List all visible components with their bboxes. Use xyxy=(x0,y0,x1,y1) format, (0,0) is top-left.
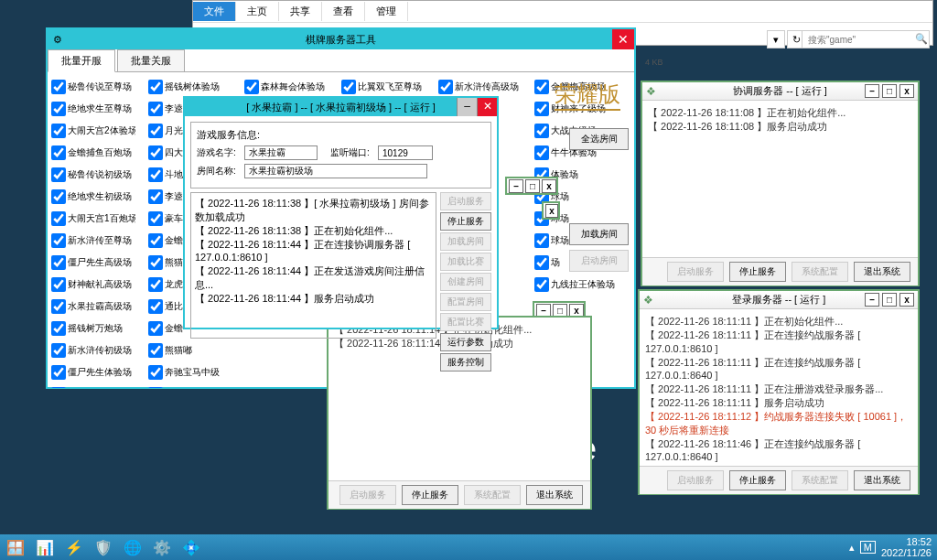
room-item[interactable]: 新水浒传高级场 xyxy=(438,76,534,97)
nav-btn[interactable]: ▾ xyxy=(767,30,785,48)
settings-icon[interactable]: ⚙️ xyxy=(152,537,172,557)
room-checkbox[interactable] xyxy=(148,277,163,292)
room-item[interactable]: 财神献礼体验场 xyxy=(51,383,147,388)
explorer-tab-share[interactable]: 共享 xyxy=(279,2,322,21)
close-button[interactable]: ✕ xyxy=(477,98,497,116)
close-button[interactable]: ✕ xyxy=(612,29,634,49)
close-button[interactable]: x xyxy=(542,179,556,193)
room-checkbox[interactable] xyxy=(51,343,66,358)
system-config-button[interactable]: 系统配置 xyxy=(792,262,848,282)
side-button[interactable]: 运行参数 xyxy=(440,333,491,351)
room-checkbox[interactable] xyxy=(148,255,163,270)
explorer-tab-file[interactable]: 文件 xyxy=(193,2,236,21)
minimize-button[interactable]: – xyxy=(457,98,477,116)
room-checkbox[interactable] xyxy=(534,277,549,292)
mini-window-bar[interactable]: – □ x xyxy=(505,177,558,195)
clock[interactable]: 18:52 2022/11/26 xyxy=(881,536,932,558)
room-item[interactable]: 大闹天宫1百炮场 xyxy=(51,208,147,229)
room-checkbox[interactable] xyxy=(148,124,163,138)
tool-titlebar[interactable]: ⚙ 棋牌服务器工具 ✕ xyxy=(48,29,634,49)
room-item[interactable]: 摇钱树体验场 xyxy=(148,76,244,97)
mini-close-bar[interactable]: x xyxy=(542,201,560,220)
select-all-button[interactable]: 全选房间 xyxy=(569,128,629,150)
app2-icon[interactable]: 🌐 xyxy=(123,537,143,557)
room-checkbox[interactable] xyxy=(148,102,163,116)
exit-system-button[interactable]: 退出系统 xyxy=(854,470,910,490)
start-service-button[interactable]: 启动服务 xyxy=(339,485,396,505)
room-checkbox[interactable] xyxy=(148,80,163,94)
port-input[interactable] xyxy=(378,145,433,160)
stop-service-button[interactable]: 停止服务 xyxy=(729,470,786,490)
room-item[interactable]: 金蟾捕鱼百炮场 xyxy=(51,142,147,163)
app1-icon[interactable]: 🛡️ xyxy=(93,537,113,557)
maximize-button[interactable]: □ xyxy=(882,293,897,307)
room-checkbox[interactable] xyxy=(148,233,163,248)
room-checkbox[interactable] xyxy=(534,145,549,160)
room-checkbox[interactable] xyxy=(534,233,549,248)
side-button[interactable]: 加载比赛 xyxy=(440,253,491,271)
room-item[interactable]: 九线拉王体验场 xyxy=(534,274,630,295)
side-button[interactable]: 停止服务 xyxy=(440,212,491,231)
tab-batch-open[interactable]: 批量开服 xyxy=(48,49,115,72)
game-name-input[interactable] xyxy=(244,145,318,160)
room-item[interactable]: 僵尸先生体验场 xyxy=(51,361,147,382)
start-service-button[interactable]: 启动服务 xyxy=(667,262,724,282)
room-checkbox[interactable] xyxy=(51,277,66,292)
room-checkbox[interactable] xyxy=(148,365,163,380)
stop-service-button[interactable]: 停止服务 xyxy=(402,485,458,505)
room-checkbox[interactable] xyxy=(51,321,66,336)
room-item[interactable]: 大闹天宫2体验场 xyxy=(51,120,147,141)
system-config-button[interactable]: 系统配置 xyxy=(464,485,521,505)
room-checkbox[interactable] xyxy=(148,189,163,204)
room-item[interactable]: 摇钱树万炮场 xyxy=(51,318,147,339)
room-item[interactable]: 水果拉霸高级场 xyxy=(51,296,147,317)
room-checkbox[interactable] xyxy=(51,365,66,380)
login-titlebar[interactable]: ❖ 登录服务器 -- [ 运行 ] – □ x xyxy=(640,291,918,309)
maximize-button[interactable]: □ xyxy=(525,179,540,193)
game-titlebar[interactable]: [ 水果拉霸 ] -- [ 水果拉霸初级场 ] -- [ 运行 ] – ✕ xyxy=(185,98,497,116)
room-checkbox[interactable] xyxy=(51,145,66,160)
maximize-button[interactable]: □ xyxy=(882,84,897,98)
powershell-icon[interactable]: ⚡ xyxy=(64,537,84,557)
room-item[interactable]: 新水浒传至尊场 xyxy=(51,230,147,251)
load-room-button[interactable]: 加载房间 xyxy=(569,223,629,245)
room-checkbox[interactable] xyxy=(148,145,163,160)
room-checkbox[interactable] xyxy=(341,80,356,94)
close-button[interactable]: x xyxy=(545,204,558,218)
room-checkbox[interactable] xyxy=(534,102,549,116)
room-checkbox[interactable] xyxy=(148,167,163,182)
side-button[interactable]: 加载房间 xyxy=(440,232,491,251)
room-checkbox[interactable] xyxy=(148,343,163,358)
room-checkbox[interactable] xyxy=(534,124,549,138)
room-checkbox[interactable] xyxy=(51,211,66,226)
room-checkbox[interactable] xyxy=(148,299,163,314)
room-checkbox[interactable] xyxy=(51,387,66,389)
server-manager-icon[interactable]: 📊 xyxy=(35,537,55,557)
search-input[interactable] xyxy=(802,30,930,48)
room-name-input[interactable] xyxy=(244,164,427,178)
room-checkbox[interactable] xyxy=(51,124,66,138)
room-checkbox[interactable] xyxy=(148,211,163,226)
room-item[interactable]: 森林舞会体验场 xyxy=(244,76,340,97)
tray-up-icon[interactable]: ▴ xyxy=(849,542,855,554)
close-button[interactable]: x xyxy=(899,84,914,98)
close-button[interactable]: x xyxy=(899,293,914,307)
app3-icon[interactable]: 💠 xyxy=(181,537,201,557)
room-item[interactable]: 新水浒传初级场 xyxy=(51,339,147,361)
side-button[interactable]: 配置房间 xyxy=(440,293,491,311)
search-icon[interactable]: 🔍 xyxy=(915,33,928,45)
tab-batch-close[interactable]: 批量关服 xyxy=(117,49,185,71)
start-service-button[interactable]: 启动服务 xyxy=(667,470,724,490)
minimize-button[interactable]: – xyxy=(865,293,879,307)
room-checkbox[interactable] xyxy=(51,255,66,270)
room-checkbox[interactable] xyxy=(51,233,66,248)
room-checkbox[interactable] xyxy=(51,167,66,182)
room-checkbox[interactable] xyxy=(51,299,66,314)
explorer-tab-view[interactable]: 查看 xyxy=(322,2,365,21)
room-item[interactable]: 绝地求生初级场 xyxy=(51,186,147,207)
room-checkbox[interactable] xyxy=(534,80,549,94)
room-item[interactable]: 绝地求生至尊场 xyxy=(51,98,147,119)
explorer-tab-home[interactable]: 主页 xyxy=(236,2,279,21)
ime-indicator[interactable]: M xyxy=(860,541,876,554)
coord-titlebar[interactable]: ❖ 协调服务器 -- [ 运行 ] – □ x xyxy=(642,82,918,101)
